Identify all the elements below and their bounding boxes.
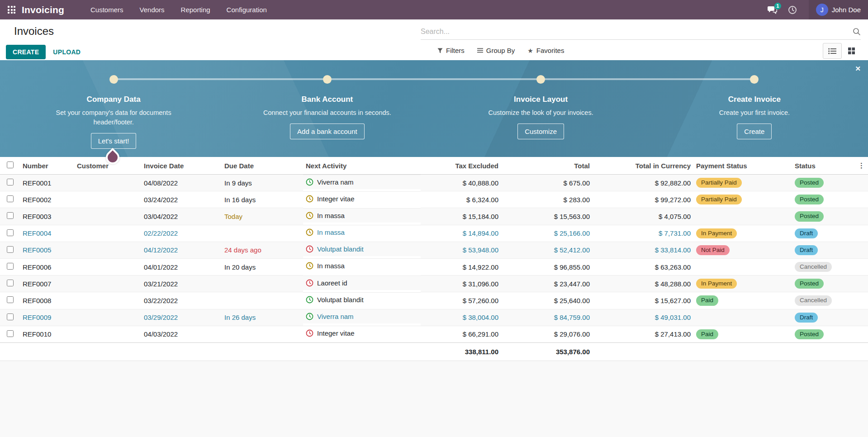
optional-columns-icon[interactable]: ⋮: [855, 157, 868, 175]
row-checkbox[interactable]: [7, 212, 14, 219]
row-select-cell[interactable]: [0, 175, 20, 191]
table-row[interactable]: REF000903/29/2022In 26 daysViverra nam$ …: [0, 309, 868, 326]
payment-status-cell: [693, 258, 792, 275]
step-action-button[interactable]: Add a bank account: [290, 124, 365, 139]
step-description: Connect your financial accounts in secon…: [259, 108, 395, 118]
column-header-due-date[interactable]: Due Date: [222, 157, 303, 175]
row-select-cell[interactable]: [0, 242, 20, 258]
column-header-status[interactable]: Status: [792, 157, 855, 175]
column-header-number[interactable]: Number: [20, 157, 74, 175]
invoice-date: 04/08/2022: [141, 175, 222, 191]
status-cell: Draft: [792, 225, 855, 242]
search-bar[interactable]: [421, 28, 861, 40]
row-select-cell[interactable]: [0, 292, 20, 309]
table-row[interactable]: REF000504/12/202224 days agoVolutpat bla…: [0, 242, 868, 258]
table-row[interactable]: REF000402/22/2022In massa$ 14,894.00$ 25…: [0, 225, 868, 242]
row-select-cell[interactable]: [0, 208, 20, 225]
next-activity[interactable]: Laoreet id: [303, 276, 421, 290]
messages-icon[interactable]: 1: [768, 6, 777, 14]
tax-excluded-amount: $ 6,324.00: [421, 191, 501, 208]
next-activity[interactable]: In massa: [303, 258, 421, 273]
next-activity[interactable]: Integer vitae: [303, 326, 421, 340]
column-header-next-activity[interactable]: Next Activity: [303, 157, 421, 175]
payment-status-badge: In Payment: [696, 279, 737, 289]
next-activity[interactable]: In massa: [303, 208, 421, 223]
next-activity[interactable]: Volutpat blandit: [303, 292, 421, 307]
column-header-invoice-date[interactable]: Invoice Date: [141, 157, 222, 175]
column-header-tax-excluded[interactable]: Tax Excluded: [421, 157, 501, 175]
kanban-view-button[interactable]: [842, 43, 861, 59]
search-icon[interactable]: [853, 28, 861, 36]
row-select-cell[interactable]: [0, 225, 20, 242]
row-checkbox[interactable]: [7, 330, 14, 337]
column-header-total[interactable]: Total: [501, 157, 593, 175]
status-badge: Cancelled: [795, 262, 832, 272]
row-select-cell[interactable]: [0, 326, 20, 342]
group-by-icon: [477, 48, 483, 53]
filters-button[interactable]: Filters: [437, 47, 465, 54]
row-checkbox[interactable]: [7, 179, 14, 185]
next-activity[interactable]: Viverra nam: [303, 175, 421, 189]
column-header-total-in-currency[interactable]: Total in Currency: [593, 157, 693, 175]
next-activity[interactable]: In massa: [303, 225, 421, 239]
tax-excluded-amount: $ 38,004.00: [421, 309, 501, 326]
favorites-button[interactable]: ★ Favorites: [527, 47, 564, 54]
row-checkbox[interactable]: [7, 314, 14, 320]
next-activity[interactable]: Viverra nam: [303, 309, 421, 323]
table-row[interactable]: REF000203/24/2022In 16 daysInteger vitae…: [0, 191, 868, 208]
table-row[interactable]: REF000604/01/2022In 20 daysIn massa$ 14,…: [0, 258, 868, 275]
search-input[interactable]: [421, 28, 853, 36]
step-title: Create Invoice: [648, 95, 861, 104]
invoice-date: 04/12/2022: [141, 242, 222, 258]
total-in-currency-amount: $ 15,627.00: [593, 292, 693, 309]
select-all-cell[interactable]: [0, 157, 20, 175]
payment-status-badge: In Payment: [696, 228, 737, 238]
activity-clock-icon: [306, 195, 313, 203]
app-brand[interactable]: Invoicing: [22, 5, 64, 15]
row-select-cell[interactable]: [0, 309, 20, 326]
nav-item-vendors[interactable]: Vendors: [132, 0, 173, 19]
row-checkbox[interactable]: [7, 195, 14, 202]
row-checkbox[interactable]: [7, 280, 14, 286]
table-row[interactable]: REF000803/22/2022Volutpat blandit$ 57,26…: [0, 292, 868, 309]
total-amount: $ 52,412.00: [501, 242, 593, 258]
row-checkbox[interactable]: [7, 229, 14, 236]
step-action-button[interactable]: Create: [737, 124, 772, 139]
step-description: Create your first invoice.: [687, 108, 822, 118]
list-view-button[interactable]: [823, 43, 842, 59]
row-checkbox[interactable]: [7, 246, 14, 253]
next-activity[interactable]: Integer vitae: [303, 191, 421, 206]
total-amount: $ 23,447.00: [501, 276, 593, 292]
table-row[interactable]: REF000303/04/2022TodayIn massa$ 15,184.0…: [0, 208, 868, 225]
row-checkbox[interactable]: [7, 263, 14, 270]
nav-item-configuration[interactable]: Configuration: [218, 0, 275, 19]
status-badge: Posted: [795, 178, 824, 188]
row-select-cell[interactable]: [0, 276, 20, 292]
next-activity[interactable]: Volutpat blandit: [303, 242, 421, 256]
nav-item-reporting[interactable]: Reporting: [173, 0, 218, 19]
payment-status-cell: Not Paid: [693, 242, 792, 258]
payment-status-cell: In Payment: [693, 276, 792, 292]
upload-button[interactable]: UPLOAD: [51, 45, 82, 59]
total-in-currency-amount: $ 48,288.00: [593, 276, 693, 292]
group-by-button[interactable]: Group By: [477, 47, 515, 54]
step-action-button[interactable]: Customize: [517, 124, 564, 139]
table-row[interactable]: REF000703/21/2022Laoreet id$ 31,096.00$ …: [0, 276, 868, 292]
nav-item-customers[interactable]: Customers: [82, 0, 132, 19]
star-icon: ★: [527, 47, 533, 54]
apps-menu-icon[interactable]: [8, 6, 15, 14]
row-checkbox[interactable]: [7, 296, 14, 303]
create-button[interactable]: CREATE: [6, 45, 46, 59]
invoice-due-date: In 20 days: [222, 258, 303, 275]
row-select-cell[interactable]: [0, 258, 20, 275]
activities-icon[interactable]: [788, 5, 797, 14]
table-row[interactable]: REF000104/08/2022In 9 daysViverra nam$ 4…: [0, 175, 868, 191]
banner-close-icon[interactable]: ✕: [855, 65, 861, 73]
select-all-checkbox[interactable]: [7, 162, 14, 168]
column-header-payment-status[interactable]: Payment Status: [693, 157, 792, 175]
table-row[interactable]: REF001004/03/2022Integer vitae$ 66,291.0…: [0, 326, 868, 342]
row-select-cell[interactable]: [0, 191, 20, 208]
status-badge: Draft: [795, 228, 818, 238]
user-menu[interactable]: J John Doe: [809, 0, 868, 19]
step-action-button[interactable]: Let's start!: [91, 133, 137, 149]
